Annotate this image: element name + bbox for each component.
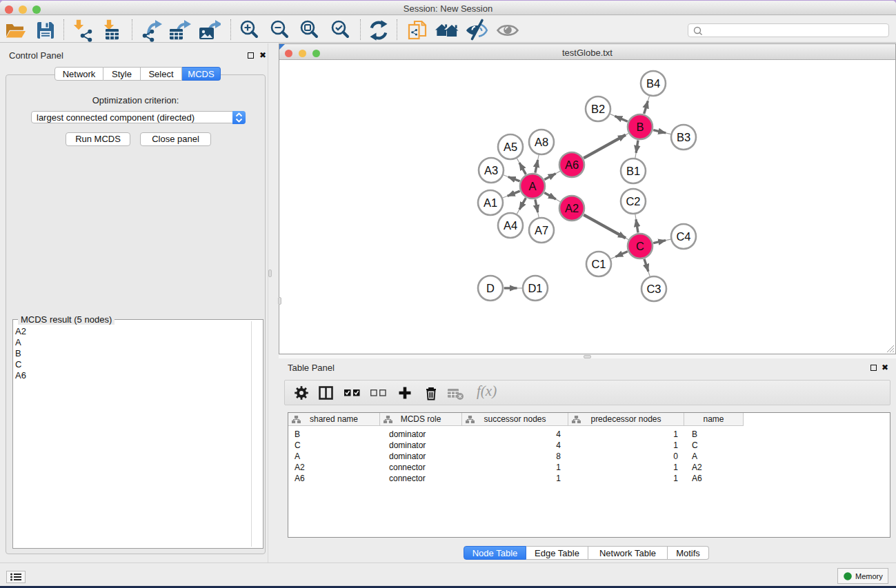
svg-text:B2: B2 (591, 103, 605, 115)
svg-text:C: C (636, 240, 644, 252)
svg-text:A4: A4 (504, 219, 517, 232)
svg-text:A8: A8 (535, 136, 548, 148)
svg-text:A7: A7 (535, 224, 548, 236)
svg-text:A1: A1 (484, 196, 497, 209)
svg-text:C2: C2 (626, 195, 640, 207)
svg-text:A2: A2 (565, 202, 579, 214)
svg-text:B: B (636, 121, 644, 133)
svg-text:A3: A3 (484, 164, 498, 176)
svg-text:A5: A5 (504, 141, 517, 153)
svg-text:C1: C1 (591, 258, 606, 270)
svg-text:C3: C3 (646, 283, 661, 295)
svg-text:B4: B4 (646, 77, 660, 90)
svg-text:B1: B1 (626, 165, 640, 177)
svg-text:D: D (486, 282, 495, 294)
svg-text:A6: A6 (565, 159, 579, 171)
svg-text:D1: D1 (528, 282, 542, 294)
svg-text:A: A (528, 180, 536, 192)
svg-text:B3: B3 (677, 131, 690, 143)
svg-text:C4: C4 (676, 230, 690, 243)
